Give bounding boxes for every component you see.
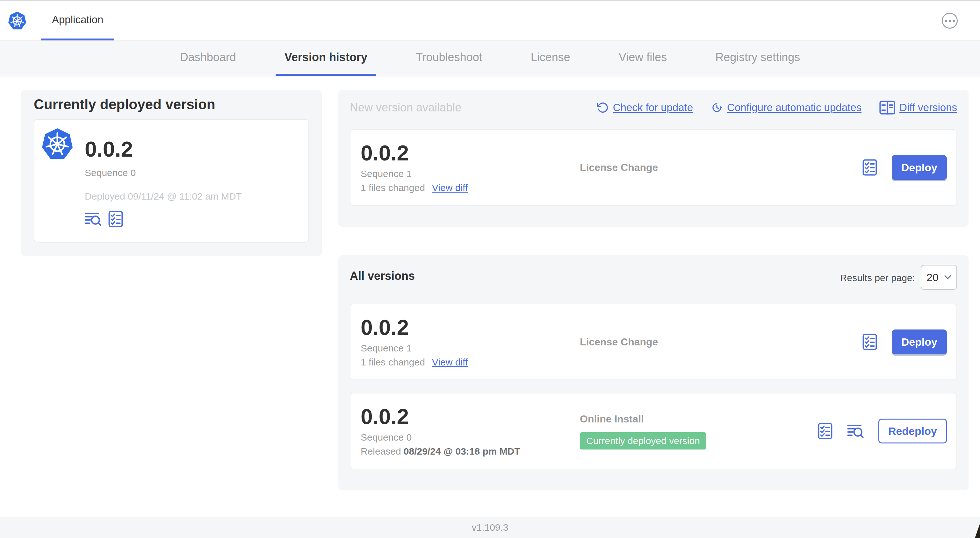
deploy-button[interactable]: Deploy [892,330,947,354]
preflight-checks-button[interactable] [862,159,877,176]
version-info: 0.0.2 Sequence 0 Released08/29/24 @ 03:1… [361,404,580,458]
version-row: 0.0.2 Sequence 0 Released08/29/24 @ 03:1… [350,393,957,469]
diff-versions-link[interactable]: Diff versions [879,101,957,114]
preflight-checks-button[interactable] [818,423,832,439]
version-history-page: Currently deployed version [0,76,980,517]
version-source-label: Online Install [580,413,818,425]
version-number: 0.0.2 [361,141,580,165]
update-clock-icon [711,102,723,114]
deployed-version-card: 0.0.2 Sequence 0 Deployed 09/11/24 @ 11:… [34,119,309,243]
results-per-page-select[interactable]: 20 [921,265,957,290]
console-version-label: v1.109.3 [471,522,508,533]
results-per-page-value: 20 [926,271,939,284]
version-info: 0.0.2 Sequence 1 1 files changed View di… [361,141,580,194]
deployed-version-number: 0.0.2 [85,136,242,162]
version-source-label: License Change [580,335,862,348]
ellipsis-icon [945,20,947,22]
checklist-icon [862,333,877,350]
deployed-sequence-label: Sequence 0 [85,167,242,178]
kubernetes-icon [41,128,73,160]
check-for-update-link[interactable]: Check for update [597,102,693,114]
tab-version-history[interactable]: Version history [275,41,376,76]
kubernetes-icon [8,11,27,30]
logs-icon [847,424,864,438]
files-changed-label: 1 files changed [361,181,425,194]
checklist-icon [108,211,123,227]
preflight-checks-button[interactable] [108,211,123,227]
new-version-header: New version available Check for update [350,101,957,114]
checklist-icon [862,159,877,176]
released-timestamp: Released08/29/24 @ 03:18 pm MDT [361,445,580,458]
deployed-version-info: 0.0.2 Sequence 0 Deployed 09/11/24 @ 11:… [85,128,242,227]
view-logs-button[interactable] [847,424,864,438]
new-version-panel: New version available Check for update [338,90,969,227]
version-number: 0.0.2 [361,404,580,428]
deploy-button[interactable]: Deploy [892,155,947,180]
logs-icon [85,212,101,226]
view-logs-button[interactable] [85,212,101,226]
tab-registry-settings[interactable]: Registry settings [706,41,809,76]
tab-license[interactable]: License [522,41,579,76]
update-actions: Check for update Configure automatic upd… [597,101,957,114]
version-row: 0.0.2 Sequence 1 1 files changed View di… [350,304,957,380]
all-versions-title: All versions [350,265,415,283]
tab-troubleshoot[interactable]: Troubleshoot [407,41,491,76]
redeploy-button[interactable]: Redeploy [878,419,947,443]
results-per-page-label: Results per page: [840,271,915,283]
new-version-title: New version available [350,101,461,114]
app-tab-application[interactable]: Application [41,1,114,40]
deployed-actions [85,211,242,227]
version-number: 0.0.2 [361,315,580,340]
files-changed-label: 1 files changed [361,356,425,369]
sequence-label: Sequence 0 [361,431,580,444]
chevron-down-icon [944,275,951,279]
version-source-label: License Change [580,161,862,174]
diff-icon [879,101,895,114]
app-subnav: Dashboard Version history Troubleshoot L… [0,41,980,76]
header-spacer [114,1,942,40]
app-header: Application [0,0,980,41]
tab-dashboard[interactable]: Dashboard [171,41,245,76]
preflight-checks-button[interactable] [862,333,877,350]
currently-deployed-badge: Currently deployed version [580,432,706,449]
tab-view-files[interactable]: View files [610,41,676,76]
refresh-icon [597,102,609,114]
header-menu-button[interactable] [942,13,958,29]
view-diff-link[interactable]: View diff [432,181,468,194]
currently-deployed-title: Currently deployed version [34,97,309,112]
view-diff-link[interactable]: View diff [432,356,468,369]
all-versions-panel: All versions Results per page: 20 0.0.2 … [338,255,969,490]
deployed-timestamp: Deployed 09/11/24 @ 11:02 am MDT [85,191,242,202]
version-info: 0.0.2 Sequence 1 1 files changed View di… [361,315,580,369]
configure-automatic-updates-link[interactable]: Configure automatic updates [711,102,861,114]
sequence-label: Sequence 1 [361,342,580,355]
right-column: New version available Check for update [338,90,969,490]
checklist-icon [818,423,832,439]
currently-deployed-panel: Currently deployed version [21,90,322,256]
app-title: Application [52,14,103,26]
sequence-label: Sequence 1 [361,167,580,180]
new-version-card: 0.0.2 Sequence 1 1 files changed View di… [350,129,957,206]
app-footer: v1.109.3 [0,517,980,538]
